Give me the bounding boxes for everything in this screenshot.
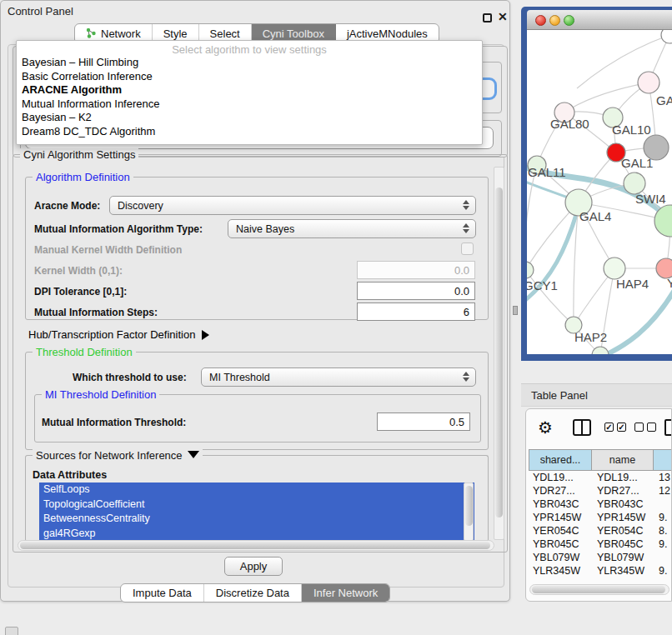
mi-type-label: Mutual Information Algorithm Type:	[34, 223, 203, 235]
minimize-traffic-light[interactable]	[549, 15, 560, 26]
expander-down-icon	[188, 451, 199, 458]
mi-type-combobox[interactable]: Naive Bayes	[228, 219, 476, 238]
hub-factor-expander[interactable]: Hub/Transcription Factor Definition	[28, 328, 209, 341]
network-node[interactable]	[527, 262, 534, 278]
aracne-mode-combobox[interactable]: Discovery	[109, 196, 476, 215]
algorithm-definition-group: Algorithm Definition Aracne Mode: Discov…	[25, 177, 489, 320]
algorithm-definition-legend: Algorithm Definition	[33, 171, 133, 183]
bottom-tabs: Impute Data Discretize Data Infer Networ…	[120, 583, 390, 602]
control-panel-window: Control Panel ✕ Network Style Select Cyn…	[0, 0, 510, 602]
data-attributes-label: Data Attributes	[33, 469, 107, 481]
mi-threshold-legend: MI Threshold Definition	[42, 388, 159, 401]
close-traffic-light[interactable]	[535, 15, 546, 26]
table-horizontal-scrollbar[interactable]	[529, 584, 669, 595]
table-row[interactable]: YBR043CYBR043C	[529, 498, 672, 511]
tab-impute-data[interactable]: Impute Data	[121, 584, 204, 602]
network-edge[interactable]	[564, 82, 649, 112]
screen: Control Panel ✕ Network Style Select Cyn…	[0, 0, 672, 635]
network-node[interactable]	[638, 72, 659, 93]
algorithm-option[interactable]: Mutual Information Inference	[17, 98, 482, 112]
algorithm-option[interactable]: Bayesian – Hill Climbing	[17, 56, 482, 70]
apply-button[interactable]: Apply	[224, 557, 283, 576]
settings-horizontal-scrollbar[interactable]	[18, 540, 494, 551]
mi-threshold-field[interactable]: 0.5	[377, 412, 470, 431]
mi-steps-field[interactable]: 6	[357, 302, 475, 321]
table-row[interactable]: YDL19...YDL19...13	[529, 471, 672, 484]
network-node-label: GAL4	[579, 209, 611, 223]
network-node-label: GAL11	[528, 165, 566, 179]
table-rows: YDL19...YDL19...13YDR27...YDR27...12YBR0…	[529, 471, 672, 578]
table-column-header[interactable]: name	[592, 449, 654, 471]
cyni-algorithm-settings-group: Cyni Algorithm Settings Algorithm Defini…	[13, 154, 508, 552]
expander-right-icon	[202, 330, 209, 340]
manual-kernel-checkbox[interactable]	[461, 242, 474, 255]
network-node[interactable]	[592, 347, 609, 354]
table-panel: ⚙ ✓✓ shared...name YDL19...YDL19...13YDR…	[525, 408, 672, 602]
splitter-handle[interactable]	[513, 306, 518, 315]
zoom-traffic-light[interactable]	[564, 15, 574, 26]
kernel-width-field[interactable]: 0.0	[357, 261, 475, 279]
dpi-tolerance-field[interactable]: 0.0	[357, 282, 475, 300]
sources-legend[interactable]: Sources for Network Inference	[33, 449, 203, 462]
table-header-row: shared...name	[529, 449, 672, 471]
attribute-list-scrollbar[interactable]	[464, 482, 474, 541]
table-row[interactable]: YBL079WYBL079W	[529, 551, 672, 564]
tab-infer-network[interactable]: Infer Network	[302, 584, 389, 602]
threshold-definition-legend: Threshold Definition	[33, 346, 136, 358]
table-row[interactable]: YBR045CYBR045C9.	[529, 538, 672, 551]
close-icon[interactable]: ✕	[498, 10, 508, 23]
mi-steps-label: Mutual Information Steps:	[34, 307, 158, 318]
table-row[interactable]: YPR145WYPR145W9.	[529, 511, 672, 524]
split-columns-icon[interactable]	[573, 419, 591, 436]
grip-icon[interactable]	[5, 627, 18, 635]
aracne-mode-label: Aracne Mode:	[34, 200, 100, 212]
control-panel-title: Control Panel	[8, 5, 73, 18]
attribute-list-item[interactable]: BetweennessCentrality	[39, 512, 474, 527]
data-attributes-list: SelfLoopsTopologicalCoefficientBetweenne…	[39, 482, 474, 541]
attribute-list-item[interactable]: TopologicalCoefficient	[39, 498, 474, 512]
table-row[interactable]: YDR27...YDR27...12	[529, 484, 672, 498]
table-panel-title: Table Panel	[531, 389, 588, 402]
gear-icon[interactable]: ⚙	[538, 419, 553, 436]
tab-discretize-data[interactable]: Discretize Data	[204, 584, 302, 602]
dpi-tolerance-label: DPI Tolerance [0,1]:	[34, 286, 127, 298]
table-column-header[interactable]: shared...	[529, 449, 592, 471]
mi-threshold-label: Mutual Information Threshold:	[42, 417, 186, 428]
algorithm-dropdown-items: Bayesian – Hill ClimbingBasic Correlatio…	[17, 56, 482, 139]
network-node-label: HAP2	[574, 330, 607, 344]
algorithm-option[interactable]: Dream8 DC_TDC Algorithm	[17, 125, 482, 139]
network-icon	[86, 28, 97, 41]
network-canvas[interactable]: GAL2GAL80GAL10GAL1GAL11GAL4SWI4GCY1HAP4Y…	[527, 30, 672, 354]
attribute-list-item[interactable]: SelfLoops	[39, 482, 474, 498]
combo-arrows-icon	[463, 223, 469, 233]
sources-group: Sources for Network Inference Data Attri…	[25, 455, 489, 542]
network-node-label: SWI4	[635, 192, 666, 206]
network-node-label: GAL80	[550, 117, 589, 131]
network-node-label: GCY1	[527, 278, 558, 292]
network-node[interactable]	[661, 30, 672, 43]
algorithm-option[interactable]: Bayesian – K2	[17, 111, 482, 125]
algorithm-option[interactable]: ARACNE Algorithm	[17, 83, 482, 98]
network-node-label: YB	[667, 276, 672, 290]
table-row[interactable]: YLR345WYLR345W9.	[529, 564, 672, 578]
which-threshold-label: Which threshold to use:	[73, 372, 187, 383]
network-view-window: GAL2GAL80GAL10GAL1GAL11GAL4SWI4GCY1HAP4Y…	[521, 7, 672, 361]
which-threshold-combobox[interactable]: MI Threshold	[201, 368, 476, 387]
network-window-titlebar[interactable]	[527, 10, 672, 30]
select-all-checkboxes-icon[interactable]: ✓✓	[604, 422, 626, 432]
network-node-label: GAL2	[656, 93, 672, 108]
table-row[interactable]: YER054CYER054C8.	[529, 524, 672, 538]
algorithm-option[interactable]: Basic Correlation Inference	[17, 70, 482, 84]
attribute-list-item[interactable]: gal4RGexp	[39, 527, 474, 542]
table-column-header[interactable]	[654, 449, 672, 471]
kernel-width-label: Kernel Width (0,1):	[34, 265, 123, 277]
settings-vertical-scrollbar[interactable]	[494, 167, 504, 540]
float-window-icon[interactable]	[483, 13, 492, 22]
deselect-all-checkboxes-icon[interactable]	[634, 422, 656, 432]
manual-kernel-label: Manual Kernel Width Definition	[34, 244, 182, 256]
network-node-label: GAL1	[621, 156, 653, 170]
threshold-definition-group: Threshold Definition Which threshold to …	[25, 352, 489, 450]
network-node-label: GAL10	[612, 122, 651, 137]
page-icon[interactable]	[664, 419, 672, 436]
network-node-label: HAP4	[616, 277, 649, 291]
